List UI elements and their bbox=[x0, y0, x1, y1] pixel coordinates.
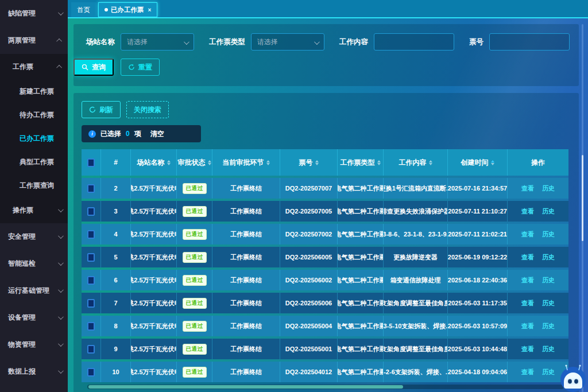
status-badge: 已通过 bbox=[183, 321, 207, 332]
sidebar-item-operation-basic-mgmt[interactable]: 运行基础管理 bbox=[0, 277, 68, 304]
row-checkbox[interactable] bbox=[87, 207, 95, 216]
sort-icon[interactable] bbox=[208, 160, 211, 165]
history-link[interactable]: 历史 bbox=[542, 253, 555, 262]
history-link[interactable]: 历史 bbox=[542, 207, 555, 216]
sidebar-item-work-ticket-query[interactable]: 工作票查询 bbox=[0, 174, 68, 197]
main-area: 首页 已办工作票 × 场站名称 请选择 工作票类型 请选择 bbox=[68, 0, 588, 392]
reset-button[interactable]: 重置 bbox=[121, 59, 160, 76]
col-header-label: 场站名称 bbox=[137, 158, 165, 168]
sidebar-item-data-report[interactable]: 数据上报 bbox=[0, 358, 68, 385]
view-link[interactable]: 查看 bbox=[521, 207, 534, 216]
sort-icon[interactable] bbox=[429, 160, 432, 165]
table-row: 10 临洮2.5万千瓦光伏电... 已通过 工作票终结 DQ2-20250401… bbox=[82, 362, 568, 382]
sidebar-item-label: 待办工作票 bbox=[20, 110, 54, 120]
sidebar-item-material-mgmt[interactable]: 物资管理 bbox=[0, 331, 68, 358]
sort-icon-active[interactable] bbox=[491, 160, 494, 165]
col-header-status[interactable]: 审批状态 bbox=[177, 149, 212, 176]
view-link[interactable]: 查看 bbox=[521, 184, 534, 193]
sort-icon[interactable] bbox=[167, 160, 171, 165]
sort-icon[interactable] bbox=[377, 160, 381, 165]
col-header-label: 审批状态 bbox=[178, 158, 206, 168]
station-name-select[interactable]: 请选择 bbox=[121, 33, 194, 51]
col-header-type[interactable]: 工作票类型 bbox=[338, 149, 384, 176]
ticket-no-input[interactable] bbox=[489, 33, 570, 51]
vertical-scrollbar-thumb[interactable] bbox=[582, 155, 583, 241]
history-link[interactable]: 历史 bbox=[542, 276, 555, 285]
sidebar-item-safety-mgmt[interactable]: 安全管理 bbox=[0, 223, 68, 250]
history-link[interactable]: 历史 bbox=[542, 184, 555, 193]
col-header-created[interactable]: 创建时间 bbox=[448, 149, 508, 176]
chevron-down-icon bbox=[58, 341, 64, 347]
query-button[interactable]: 查询 bbox=[74, 59, 114, 76]
clear-selection-button[interactable]: 清空 bbox=[150, 129, 164, 139]
table-row: 9 临洮2.5万千瓦光伏电... 已通过 工作票终结 DQ2-202505001… bbox=[82, 339, 568, 359]
cell-ticket: DQ2-202507005 bbox=[280, 201, 338, 222]
work-content-input[interactable] bbox=[374, 33, 454, 51]
sidebar-item-operation-ticket[interactable]: 操作票 bbox=[0, 197, 68, 223]
cell-created: 2025-06-19 09:12:22 bbox=[448, 247, 508, 267]
view-link[interactable]: 查看 bbox=[521, 368, 534, 377]
history-link[interactable]: 历史 bbox=[542, 322, 555, 331]
view-link[interactable]: 查看 bbox=[521, 299, 534, 308]
sort-icon[interactable] bbox=[266, 160, 270, 165]
sidebar-item-equipment-mgmt[interactable]: 设备管理 bbox=[0, 304, 68, 331]
chevron-down-icon bbox=[58, 260, 64, 266]
view-link[interactable]: 查看 bbox=[521, 230, 534, 239]
cell-step: 工作票终结 bbox=[212, 247, 280, 267]
col-header-content[interactable]: 工作内容 bbox=[384, 149, 448, 176]
table-row: 4 临洮2.5万千瓦光伏电... 已通过 工作票终结 DQ2-202507002… bbox=[82, 224, 568, 244]
cell-content: 支架角度调整至最佳角度 bbox=[384, 339, 448, 359]
col-header-step[interactable]: 当前审批环节 bbox=[212, 149, 280, 176]
station-name-label: 场站名称 bbox=[86, 37, 115, 47]
row-checkbox[interactable] bbox=[87, 253, 95, 262]
sidebar-item-typical-work-ticket[interactable]: 典型工作票 bbox=[0, 150, 68, 174]
col-header-label: 当前审批环节 bbox=[223, 158, 264, 168]
row-checkbox[interactable] bbox=[87, 276, 95, 285]
horizontal-scrollbar-thumb[interactable] bbox=[88, 385, 403, 389]
history-link[interactable]: 历史 bbox=[542, 368, 555, 377]
select-all-checkbox[interactable] bbox=[87, 158, 95, 167]
refresh-button-label: 刷新 bbox=[99, 105, 113, 115]
sidebar-item-done-work-ticket[interactable]: 已办工作票 bbox=[0, 127, 68, 150]
cell-step: 工作票终结 bbox=[212, 224, 280, 244]
ticket-type-select[interactable]: 请选择 bbox=[251, 33, 324, 51]
close-icon[interactable]: × bbox=[148, 7, 152, 13]
close-search-button[interactable]: 关闭搜索 bbox=[126, 101, 169, 118]
status-badge: 已通过 bbox=[183, 183, 207, 194]
col-header-station[interactable]: 场站名称 bbox=[131, 149, 177, 176]
assistant-robot-button[interactable] bbox=[559, 364, 587, 392]
sidebar-item-defect-mgmt[interactable]: 缺陷管理 bbox=[0, 0, 68, 27]
sidebar-item-pending-work-ticket[interactable]: 待办工作票 bbox=[0, 103, 68, 127]
cell-created: 2025-07-11 21:02:21 bbox=[448, 224, 508, 244]
row-checkbox[interactable] bbox=[87, 368, 95, 377]
sidebar-item-work-ticket[interactable]: 工作票 bbox=[0, 54, 68, 80]
table-row: 7 临洮2.5万千瓦光伏电... 已通过 工作票终结 DQ2-202505006… bbox=[82, 293, 568, 313]
sidebar-item-two-ticket-mgmt[interactable]: 两票管理 bbox=[0, 27, 68, 54]
sidebar-item-label: 运行基础管理 bbox=[8, 286, 49, 296]
sort-icon[interactable] bbox=[315, 160, 319, 165]
row-checkbox[interactable] bbox=[87, 345, 95, 354]
view-link[interactable]: 查看 bbox=[521, 253, 534, 262]
row-checkbox[interactable] bbox=[87, 322, 95, 331]
col-header-ticket[interactable]: 票号 bbox=[280, 149, 338, 176]
row-checkbox[interactable] bbox=[87, 230, 95, 239]
sidebar-item-label: 典型工作票 bbox=[20, 157, 54, 167]
table-row: 3 临洮2.5万千瓦光伏电... 已通过 工作票终结 DQ2-202507005… bbox=[82, 201, 568, 222]
sidebar-item-label: 操作票 bbox=[13, 205, 33, 215]
sidebar-item-new-work-ticket[interactable]: 新建工作票 bbox=[0, 80, 68, 103]
row-checkbox[interactable] bbox=[87, 184, 95, 193]
history-link[interactable]: 历史 bbox=[542, 299, 555, 308]
tab-done-work-ticket[interactable]: 已办工作票 × bbox=[98, 2, 157, 17]
view-link[interactable]: 查看 bbox=[521, 322, 534, 331]
view-link[interactable]: 查看 bbox=[521, 276, 534, 285]
chevron-up-icon bbox=[56, 38, 62, 44]
history-link[interactable]: 历史 bbox=[542, 230, 555, 239]
refresh-button[interactable]: 刷新 bbox=[82, 101, 121, 118]
row-checkbox[interactable] bbox=[87, 299, 95, 308]
view-link[interactable]: 查看 bbox=[521, 345, 534, 354]
query-button-label: 查询 bbox=[92, 63, 106, 72]
app-window: 缺陷管理 两票管理 工作票 新建工作票 待办工作票 已办工作票 典型工作票 bbox=[0, 0, 588, 392]
sidebar-item-smart-inspection[interactable]: 智能巡检 bbox=[0, 250, 68, 277]
history-link[interactable]: 历史 bbox=[542, 345, 555, 354]
tab-home[interactable]: 首页 bbox=[71, 2, 96, 17]
